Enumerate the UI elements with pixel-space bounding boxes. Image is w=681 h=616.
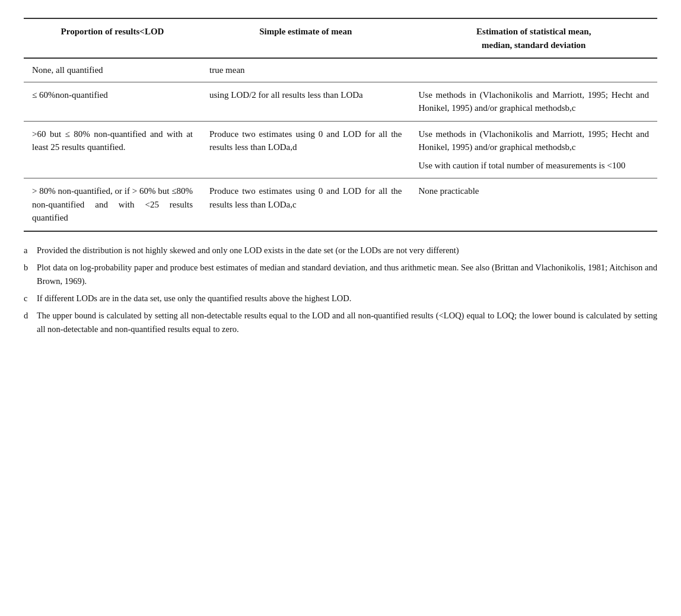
cell-col1: None, all quantified <box>24 58 201 82</box>
footnote-item: aProvided the distribution is not highly… <box>24 244 657 257</box>
table-row: > 80% non-quantified, or if > 60% but ≤8… <box>24 178 657 231</box>
cell-col2: Produce two estimates using 0 and LOD fo… <box>201 121 410 178</box>
header-col1: Proportion of results<LOD <box>24 18 201 58</box>
footnote-text: Provided the distribution is not highly … <box>34 244 657 257</box>
cell-col2: using LOD/2 for all results less than LO… <box>201 82 410 121</box>
cell-col1: >60 but ≤ 80% non-quantified and with at… <box>24 121 201 178</box>
footnotes-section: aProvided the distribution is not highly… <box>24 244 657 337</box>
footnote-item: bPlot data on log-probability paper and … <box>24 261 657 288</box>
cell-col3 <box>410 58 657 82</box>
header-col3: Estimation of statistical mean,median, s… <box>410 18 657 58</box>
cell-col3: Use methods in (Vlachonikolis and Marrio… <box>410 121 657 178</box>
header-col2: Simple estimate of mean <box>201 18 410 58</box>
footnote-label: d <box>24 309 34 336</box>
cell-col2: Produce two estimates using 0 and LOD fo… <box>201 178 410 231</box>
footnote-item: dThe upper bound is calculated by settin… <box>24 309 657 336</box>
footnote-label: c <box>24 292 34 305</box>
cell-col1: ≤ 60%non-quantified <box>24 82 201 121</box>
footnote-text: If different LODs are in the data set, u… <box>34 292 657 305</box>
table-row: None, all quantifiedtrue mean <box>24 58 657 82</box>
table-row: ≤ 60%non-quantifiedusing LOD/2 for all r… <box>24 82 657 121</box>
cell-col1: > 80% non-quantified, or if > 60% but ≤8… <box>24 178 201 231</box>
cell-col3: None practicable <box>410 178 657 231</box>
footnote-label: b <box>24 261 34 288</box>
footnote-label: a <box>24 244 34 257</box>
main-table: Proportion of results<LOD Simple estimat… <box>24 18 657 232</box>
table-row: >60 but ≤ 80% non-quantified and with at… <box>24 121 657 178</box>
cell-col2: true mean <box>201 58 410 82</box>
footnote-text: The upper bound is calculated by setting… <box>34 309 657 336</box>
footnote-text: Plot data on log-probability paper and p… <box>34 261 657 288</box>
cell-col3: Use methods in (Vlachonikolis and Marrio… <box>410 82 657 121</box>
footnote-item: cIf different LODs are in the data set, … <box>24 292 657 305</box>
